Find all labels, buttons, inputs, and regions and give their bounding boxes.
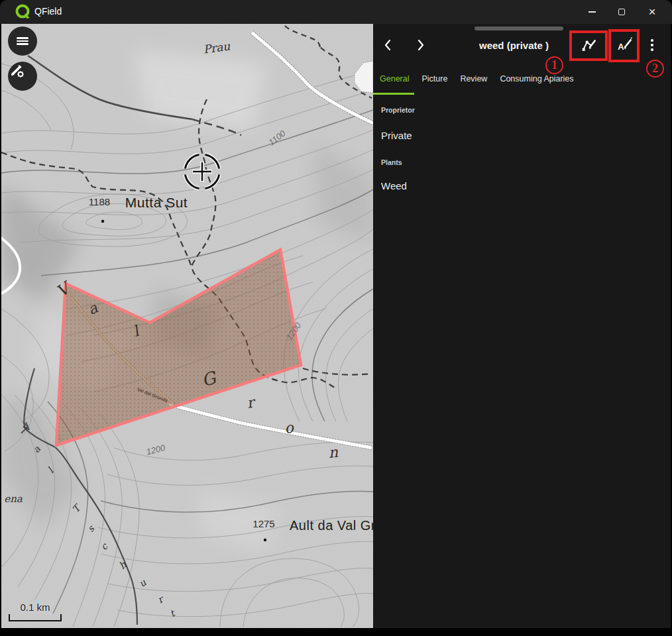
edit-attributes-icon: A	[616, 36, 634, 54]
minimize-icon	[588, 11, 596, 13]
edit-attributes-button[interactable]: A	[612, 32, 638, 58]
feature-form-panel: weed (private ) A	[373, 24, 671, 628]
menu-button[interactable]	[8, 26, 37, 56]
feature-title: weed (private )	[446, 40, 582, 51]
field-plants: Plants Weed	[381, 158, 407, 191]
chevron-right-icon[interactable]	[414, 38, 427, 52]
tab-consuming-apiaries[interactable]: Consuming Apiaries	[500, 74, 573, 83]
map-canvas	[1, 24, 373, 628]
scale-bracket	[9, 614, 62, 621]
maximize-icon	[618, 9, 625, 15]
main-content: Prau11001188Mutta Sut12001200Val dal Gro…	[1, 24, 671, 628]
tab-picture[interactable]: Picture	[421, 74, 447, 83]
hamburger-icon	[17, 36, 28, 46]
form-tabs: General Picture Review Consuming Apiarie…	[380, 74, 574, 83]
field-label: Proprietor	[381, 106, 415, 114]
title-bar: QField ×	[0, 0, 672, 24]
field-label: Plants	[381, 158, 407, 166]
active-tab-underline	[373, 93, 414, 95]
spot-height-dot	[101, 220, 104, 223]
kebab-menu-button[interactable]	[644, 35, 660, 55]
scale-bar: 0.1 km	[9, 602, 62, 621]
tab-review[interactable]: Review	[460, 74, 487, 83]
pencil-gear-icon	[8, 62, 25, 79]
map-viewport[interactable]: Prau11001188Mutta Sut12001200Val dal Gro…	[1, 24, 373, 628]
close-button[interactable]: ×	[641, 0, 663, 24]
field-value: Weed	[381, 180, 407, 191]
minimize-button[interactable]	[581, 0, 603, 24]
maximize-button[interactable]	[610, 0, 633, 24]
digitizing-settings-button[interactable]	[8, 62, 37, 91]
scale-label: 0.1 km	[9, 602, 62, 613]
chevron-left-icon[interactable]	[382, 38, 395, 52]
annotation-number-1: 1	[545, 56, 563, 74]
qfield-logo-icon	[15, 3, 32, 21]
app-title: QField	[34, 6, 62, 17]
svg-text:A: A	[618, 42, 624, 52]
app-window: QField ×	[0, 0, 672, 636]
edit-geometry-icon	[581, 36, 598, 54]
edit-geometry-button[interactable]	[576, 32, 602, 58]
close-icon: ×	[648, 5, 655, 19]
field-proprietor: Proprietor Private	[381, 106, 415, 141]
kebab-menu-icon	[651, 39, 653, 42]
annotation-number-2: 2	[646, 60, 664, 78]
spot-height-dot	[264, 539, 266, 541]
field-value: Private	[381, 130, 415, 141]
tab-general[interactable]: General	[380, 74, 409, 83]
panel-scrollbar-handle[interactable]	[475, 26, 563, 30]
